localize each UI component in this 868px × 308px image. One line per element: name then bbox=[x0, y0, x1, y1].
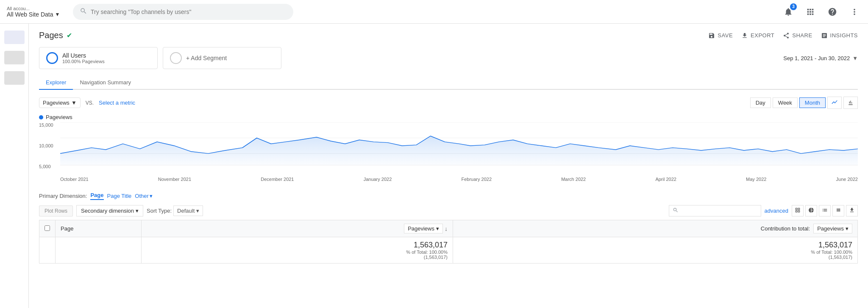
insights-button[interactable]: INSIGHTS bbox=[821, 32, 858, 39]
notifications-button[interactable]: 3 bbox=[782, 5, 795, 19]
chevron-down-icon: ▼ bbox=[55, 11, 60, 17]
page-column-header: Page bbox=[56, 220, 142, 237]
other-dimension-button[interactable]: Other ▾ bbox=[135, 193, 153, 199]
download-button[interactable] bbox=[846, 205, 858, 216]
chart-controls: Day Week Month bbox=[750, 97, 858, 109]
sort-type-container: Sort Type: Default ▾ bbox=[147, 205, 203, 216]
data-table: Page Pageviews ▾ ↓ bbox=[39, 220, 858, 264]
pageviews-metric-dropdown[interactable]: Pageviews ▾ bbox=[404, 224, 443, 233]
plot-rows-button[interactable]: Plot Rows bbox=[39, 205, 73, 216]
account-label: All accou... bbox=[7, 6, 66, 11]
table-search-input[interactable] bbox=[681, 208, 757, 214]
segment-info: All Users 100.00% Pageviews bbox=[62, 52, 105, 64]
search-bar[interactable] bbox=[73, 4, 293, 20]
day-button[interactable]: Day bbox=[750, 97, 771, 108]
share-button[interactable]: SHARE bbox=[783, 32, 812, 39]
advanced-link[interactable]: advanced bbox=[765, 208, 788, 214]
chevron-down-icon: ▾ bbox=[846, 225, 849, 232]
property-name[interactable]: All Web Site Data ▼ bbox=[7, 11, 66, 18]
contribution-column-header: Contribution to total: Pageviews ▾ bbox=[453, 220, 858, 237]
metric-row: Pageviews ▼ VS. Select a metric Day Week… bbox=[39, 97, 858, 109]
add-segment-card[interactable]: + Add Segment bbox=[163, 47, 281, 69]
sort-arrow[interactable]: ↓ bbox=[445, 225, 448, 232]
secondary-dimension-button[interactable]: Secondary dimension ▾ bbox=[76, 205, 143, 216]
verified-icon: ✔ bbox=[67, 31, 72, 39]
month-button[interactable]: Month bbox=[799, 97, 826, 108]
dimension-row: Primary Dimension: Page Page Title Other… bbox=[39, 192, 858, 200]
table-search[interactable] bbox=[669, 205, 761, 216]
chevron-down-icon: ▾ bbox=[196, 208, 199, 214]
columns-button[interactable] bbox=[832, 205, 844, 216]
secondary-metric-selector[interactable]: Select a metric bbox=[99, 100, 135, 106]
toolbar-row: Plot Rows Secondary dimension ▾ Sort Typ… bbox=[39, 205, 858, 216]
sidebar-item-2[interactable] bbox=[4, 51, 25, 64]
totals-checkbox-cell bbox=[39, 237, 56, 264]
pageviews-column-header: Pageviews ▾ ↓ bbox=[142, 220, 453, 237]
legend-dot bbox=[39, 115, 43, 119]
save-button[interactable]: SAVE bbox=[708, 32, 733, 39]
page-dimension-link[interactable]: Page bbox=[90, 192, 103, 200]
primary-metric-selector[interactable]: Pageviews ▼ bbox=[39, 97, 81, 108]
add-segment-circle bbox=[170, 52, 182, 64]
week-button[interactable]: Week bbox=[773, 97, 798, 108]
bar-chart-button[interactable] bbox=[843, 97, 858, 109]
chart-x-labels: October 2021 November 2021 December 2021… bbox=[60, 177, 858, 182]
chevron-down-icon: ▼ bbox=[852, 55, 858, 61]
line-chart-button[interactable] bbox=[827, 97, 842, 109]
main-content: Pages ✔ SAVE EXPORT SHARE INSIG bbox=[29, 24, 868, 308]
sidebar-item-3[interactable] bbox=[4, 71, 25, 85]
topbar-icons: 3 bbox=[782, 5, 861, 19]
totals-contribution-cell: 1,563,017 % of Total: 100.00% (1,563,017… bbox=[453, 237, 858, 264]
page-title-dimension-link[interactable]: Page Title bbox=[107, 193, 132, 199]
totals-page-cell bbox=[56, 237, 142, 264]
topbar: All accou... All Web Site Data ▼ 3 bbox=[0, 0, 868, 24]
notification-badge: 3 bbox=[790, 3, 797, 10]
page-header: Pages ✔ SAVE EXPORT SHARE INSIG bbox=[39, 31, 858, 40]
list-view-button[interactable] bbox=[819, 205, 831, 216]
chevron-down-icon: ▾ bbox=[136, 208, 139, 214]
tab-navigation-summary[interactable]: Navigation Summary bbox=[73, 76, 138, 90]
chart-legend: Pageviews bbox=[39, 114, 858, 120]
vs-label: VS. bbox=[86, 100, 94, 106]
search-icon bbox=[673, 207, 679, 214]
segment-circle bbox=[46, 52, 58, 64]
chart-svg-area bbox=[60, 122, 858, 169]
chart-container: Pageviews 15,000 10,000 5,000 bbox=[39, 114, 858, 182]
tab-explorer[interactable]: Explorer bbox=[39, 76, 73, 90]
apps-button[interactable] bbox=[804, 5, 817, 19]
header-actions: SAVE EXPORT SHARE INSIGHTS bbox=[708, 32, 858, 39]
chevron-down-icon: ▾ bbox=[150, 193, 153, 199]
search-input[interactable] bbox=[91, 8, 287, 15]
table-icons bbox=[792, 205, 858, 216]
tabs: Explorer Navigation Summary bbox=[39, 76, 858, 90]
chevron-down-icon: ▾ bbox=[436, 225, 439, 232]
sort-select[interactable]: Default ▾ bbox=[173, 205, 203, 216]
primary-dimension-label: Primary Dimension: bbox=[39, 193, 87, 199]
chart-y-axis: 15,000 10,000 5,000 bbox=[39, 122, 60, 169]
totals-row: 1,563,017 % of Total: 100.00% (1,563,017… bbox=[39, 237, 858, 264]
export-button[interactable]: EXPORT bbox=[741, 32, 774, 39]
totals-pageviews-cell: 1,563,017 % of Total: 100.00% (1,563,017… bbox=[142, 237, 453, 264]
contribution-metric-dropdown[interactable]: Pageviews ▾ bbox=[813, 224, 852, 233]
help-button[interactable] bbox=[826, 5, 839, 19]
checkbox-header[interactable] bbox=[39, 220, 56, 237]
segment-all-users[interactable]: All Users 100.00% Pageviews bbox=[39, 47, 158, 69]
search-icon bbox=[80, 7, 87, 16]
select-all-checkbox[interactable] bbox=[45, 225, 50, 231]
date-range-selector[interactable]: Sep 1, 2021 - Jun 30, 2022 ▼ bbox=[783, 55, 858, 61]
more-vert-button[interactable] bbox=[848, 5, 861, 19]
sidebar-item-1[interactable] bbox=[4, 31, 25, 44]
sidebar bbox=[0, 24, 29, 308]
page-title: Pages ✔ bbox=[39, 31, 72, 40]
pie-chart-button[interactable] bbox=[805, 205, 817, 216]
chevron-down-icon: ▼ bbox=[71, 100, 77, 106]
account-selector[interactable]: All accou... All Web Site Data ▼ bbox=[7, 6, 66, 18]
grid-view-button[interactable] bbox=[792, 205, 804, 216]
